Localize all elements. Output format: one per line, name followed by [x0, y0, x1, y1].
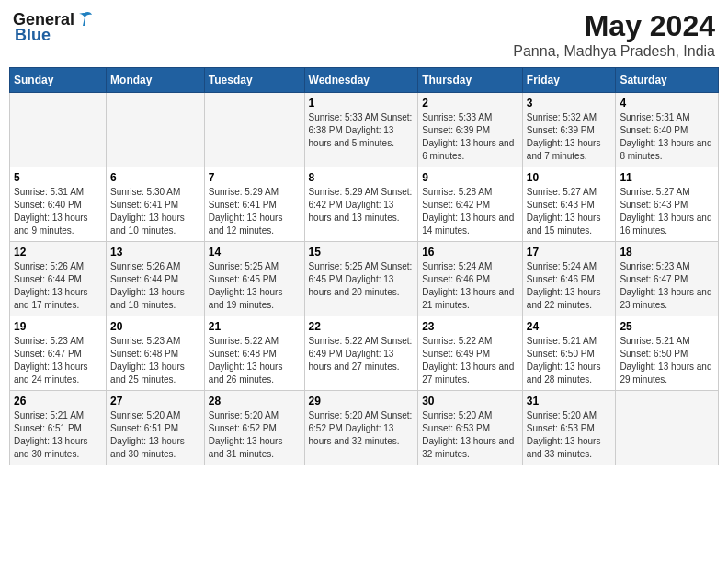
week-row-3: 12Sunrise: 5:26 AM Sunset: 6:44 PM Dayli… [10, 242, 719, 316]
page-header: General Blue May 2024 Panna, Madhya Prad… [9, 9, 719, 60]
calendar-cell: 20Sunrise: 5:23 AM Sunset: 6:48 PM Dayli… [107, 316, 205, 391]
day-number: 3 [527, 97, 612, 109]
day-info: Sunrise: 5:26 AM Sunset: 6:44 PM Dayligh… [14, 260, 102, 312]
calendar-cell: 19Sunrise: 5:23 AM Sunset: 6:47 PM Dayli… [10, 316, 107, 391]
day-number: 13 [110, 246, 200, 259]
header-row: SundayMondayTuesdayWednesdayThursdayFrid… [10, 68, 719, 93]
sub-title: Panna, Madhya Pradesh, India [513, 43, 715, 60]
day-info: Sunrise: 5:25 AM Sunset: 6:45 PM Dayligh… [209, 260, 301, 312]
header-tuesday: Tuesday [204, 68, 304, 93]
day-info: Sunrise: 5:23 AM Sunset: 6:47 PM Dayligh… [620, 260, 714, 312]
calendar-cell: 18Sunrise: 5:23 AM Sunset: 6:47 PM Dayli… [616, 242, 719, 316]
day-info: Sunrise: 5:22 AM Sunset: 6:49 PM Dayligh… [422, 335, 518, 386]
day-info: Sunrise: 5:21 AM Sunset: 6:51 PM Dayligh… [14, 409, 102, 461]
title-section: May 2024 Panna, Madhya Pradesh, India [513, 9, 715, 60]
day-number: 24 [527, 320, 612, 333]
logo-bird-icon [74, 9, 95, 29]
calendar-cell: 11Sunrise: 5:27 AM Sunset: 6:43 PM Dayli… [616, 167, 719, 242]
day-info: Sunrise: 5:24 AM Sunset: 6:46 PM Dayligh… [527, 260, 612, 312]
header-saturday: Saturday [616, 68, 719, 93]
calendar-cell: 23Sunrise: 5:22 AM Sunset: 6:49 PM Dayli… [418, 316, 523, 391]
header-friday: Friday [522, 68, 616, 93]
calendar-cell: 27Sunrise: 5:20 AM Sunset: 6:51 PM Dayli… [107, 391, 205, 465]
header-thursday: Thursday [418, 68, 523, 93]
day-number: 22 [309, 320, 415, 333]
day-number: 12 [14, 246, 102, 259]
day-info: Sunrise: 5:27 AM Sunset: 6:43 PM Dayligh… [527, 186, 612, 237]
calendar-cell: 14Sunrise: 5:25 AM Sunset: 6:45 PM Dayli… [204, 242, 304, 316]
day-number: 4 [620, 97, 714, 109]
day-info: Sunrise: 5:24 AM Sunset: 6:46 PM Dayligh… [422, 260, 518, 312]
day-number: 21 [209, 320, 301, 333]
day-info: Sunrise: 5:29 AM Sunset: 6:42 PM Dayligh… [309, 186, 415, 224]
week-row-4: 19Sunrise: 5:23 AM Sunset: 6:47 PM Dayli… [10, 316, 719, 391]
day-info: Sunrise: 5:28 AM Sunset: 6:42 PM Dayligh… [422, 186, 518, 237]
day-number: 11 [620, 171, 714, 184]
day-info: Sunrise: 5:21 AM Sunset: 6:50 PM Dayligh… [527, 335, 612, 386]
week-row-1: 1Sunrise: 5:33 AM Sunset: 6:38 PM Daylig… [10, 93, 719, 167]
day-info: Sunrise: 5:20 AM Sunset: 6:52 PM Dayligh… [209, 409, 301, 461]
day-info: Sunrise: 5:31 AM Sunset: 6:40 PM Dayligh… [14, 186, 102, 237]
day-info: Sunrise: 5:33 AM Sunset: 6:38 PM Dayligh… [309, 111, 415, 150]
day-number: 2 [422, 97, 518, 109]
header-sunday: Sunday [10, 68, 107, 93]
calendar-cell: 9Sunrise: 5:28 AM Sunset: 6:42 PM Daylig… [418, 167, 523, 242]
calendar-cell: 21Sunrise: 5:22 AM Sunset: 6:48 PM Dayli… [204, 316, 304, 391]
day-number: 27 [110, 395, 200, 408]
calendar-cell: 28Sunrise: 5:20 AM Sunset: 6:52 PM Dayli… [204, 391, 304, 465]
day-number: 9 [422, 171, 518, 184]
day-number: 7 [209, 171, 301, 184]
day-info: Sunrise: 5:23 AM Sunset: 6:48 PM Dayligh… [110, 335, 200, 386]
calendar-cell: 29Sunrise: 5:20 AM Sunset: 6:52 PM Dayli… [304, 391, 418, 465]
calendar-cell [10, 93, 107, 167]
day-number: 31 [527, 395, 612, 408]
day-info: Sunrise: 5:32 AM Sunset: 6:39 PM Dayligh… [527, 111, 612, 163]
calendar-cell: 5Sunrise: 5:31 AM Sunset: 6:40 PM Daylig… [10, 167, 107, 242]
calendar-cell: 8Sunrise: 5:29 AM Sunset: 6:42 PM Daylig… [304, 167, 418, 242]
main-title: May 2024 [513, 9, 715, 43]
calendar-table: SundayMondayTuesdayWednesdayThursdayFrid… [9, 67, 719, 465]
day-info: Sunrise: 5:20 AM Sunset: 6:53 PM Dayligh… [422, 409, 518, 461]
calendar-cell: 26Sunrise: 5:21 AM Sunset: 6:51 PM Dayli… [10, 391, 107, 465]
day-info: Sunrise: 5:27 AM Sunset: 6:43 PM Dayligh… [620, 186, 714, 237]
day-number: 26 [14, 395, 102, 408]
day-number: 30 [422, 395, 518, 408]
logo-blue: Blue [15, 26, 51, 45]
day-number: 20 [110, 320, 200, 333]
header-monday: Monday [107, 68, 205, 93]
day-number: 14 [209, 246, 301, 259]
day-info: Sunrise: 5:20 AM Sunset: 6:53 PM Dayligh… [527, 409, 612, 461]
calendar-cell: 15Sunrise: 5:25 AM Sunset: 6:45 PM Dayli… [304, 242, 418, 316]
week-row-5: 26Sunrise: 5:21 AM Sunset: 6:51 PM Dayli… [10, 391, 719, 465]
calendar-cell [107, 93, 205, 167]
calendar-cell: 25Sunrise: 5:21 AM Sunset: 6:50 PM Dayli… [616, 316, 719, 391]
day-info: Sunrise: 5:33 AM Sunset: 6:39 PM Dayligh… [422, 111, 518, 163]
day-number: 15 [309, 246, 415, 259]
day-number: 6 [110, 171, 200, 184]
calendar-cell: 7Sunrise: 5:29 AM Sunset: 6:41 PM Daylig… [204, 167, 304, 242]
day-number: 5 [14, 171, 102, 184]
calendar-cell [616, 391, 719, 465]
calendar-cell [204, 93, 304, 167]
day-number: 1 [309, 97, 415, 109]
day-number: 29 [309, 395, 415, 408]
day-number: 16 [422, 246, 518, 259]
day-info: Sunrise: 5:21 AM Sunset: 6:50 PM Dayligh… [620, 335, 714, 386]
calendar-cell: 10Sunrise: 5:27 AM Sunset: 6:43 PM Dayli… [522, 167, 616, 242]
day-info: Sunrise: 5:29 AM Sunset: 6:41 PM Dayligh… [209, 186, 301, 237]
calendar-cell: 16Sunrise: 5:24 AM Sunset: 6:46 PM Dayli… [418, 242, 523, 316]
header-wednesday: Wednesday [304, 68, 418, 93]
calendar-cell: 4Sunrise: 5:31 AM Sunset: 6:40 PM Daylig… [616, 93, 719, 167]
day-info: Sunrise: 5:20 AM Sunset: 6:52 PM Dayligh… [309, 409, 415, 448]
calendar-cell: 24Sunrise: 5:21 AM Sunset: 6:50 PM Dayli… [522, 316, 616, 391]
day-number: 18 [620, 246, 714, 259]
day-info: Sunrise: 5:22 AM Sunset: 6:48 PM Dayligh… [209, 335, 301, 386]
calendar-cell: 31Sunrise: 5:20 AM Sunset: 6:53 PM Dayli… [522, 391, 616, 465]
day-number: 25 [620, 320, 714, 333]
day-info: Sunrise: 5:20 AM Sunset: 6:51 PM Dayligh… [110, 409, 200, 461]
calendar-cell: 17Sunrise: 5:24 AM Sunset: 6:46 PM Dayli… [522, 242, 616, 316]
day-number: 10 [527, 171, 612, 184]
calendar-cell: 22Sunrise: 5:22 AM Sunset: 6:49 PM Dayli… [304, 316, 418, 391]
calendar-cell: 13Sunrise: 5:26 AM Sunset: 6:44 PM Dayli… [107, 242, 205, 316]
day-number: 8 [309, 171, 415, 184]
